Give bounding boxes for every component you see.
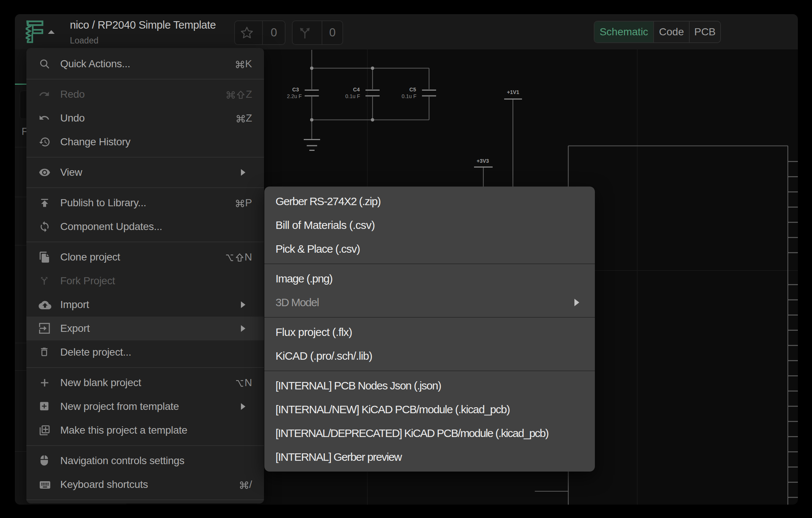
svg-text:C4: C4 <box>353 87 360 93</box>
svg-text:+1V1: +1V1 <box>507 89 519 95</box>
svg-text:0.1u F: 0.1u F <box>345 93 360 99</box>
svg-text:0.1u F: 0.1u F <box>402 93 416 99</box>
svg-text:2.2u F: 2.2u F <box>287 93 302 99</box>
svg-text:+3V3: +3V3 <box>477 158 489 164</box>
svg-text:C3: C3 <box>292 87 299 93</box>
svg-text:C5: C5 <box>409 87 416 93</box>
